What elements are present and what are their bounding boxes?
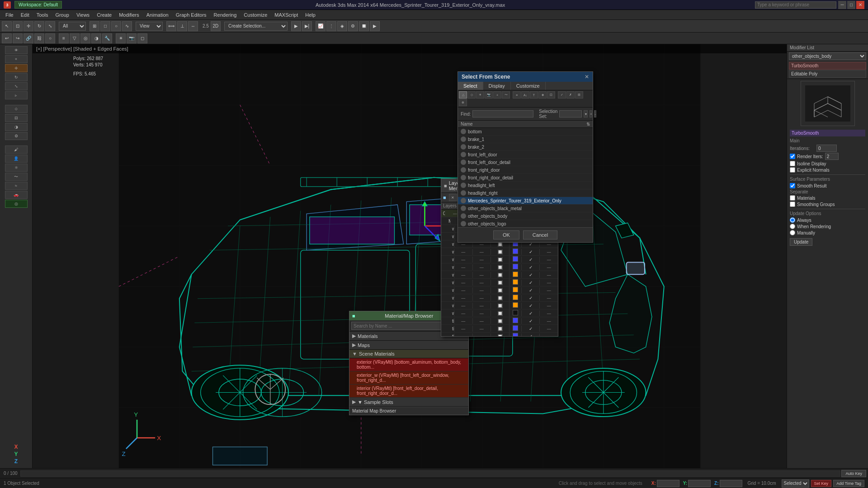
layer-row-wheel1-disk[interactable]: wheel_1_disk — — 🔲 ✓ — [441, 256, 558, 263]
sidebar-hair[interactable]: ≈ [5, 182, 28, 190]
workspace-dropdown[interactable]: Workspace: Default [14, 1, 62, 9]
select-rect[interactable]: □ [100, 21, 110, 31]
menu-create[interactable]: Create [93, 11, 115, 19]
light-filter[interactable]: ☀ [476, 91, 484, 99]
list-item[interactable]: front_left_door_detail [458, 159, 593, 166]
bind-space[interactable]: ○ [45, 33, 55, 43]
layer-row-tierod1-metal[interactable]: tie_rod_1_metal — — 🔲 ✓ — [441, 333, 558, 336]
list-item[interactable]: front_right_door [458, 166, 593, 174]
sidebar-rotate[interactable]: ↻ [5, 73, 28, 81]
view-dropdown[interactable]: View [136, 22, 163, 31]
dialog-close-icon[interactable]: ✕ [585, 74, 589, 80]
menu-modifiers[interactable]: Modifiers [115, 11, 143, 19]
layer-row-wheel1-rubber[interactable]: wheel_1_rubber — — 🔲 ✓ — [441, 248, 558, 256]
list-item[interactable]: other_objects_body [458, 212, 593, 220]
move-tool[interactable]: ✛ [24, 21, 33, 31]
menu-rendering[interactable]: Rendering [210, 11, 241, 19]
camera-filter[interactable]: 📷 [485, 91, 493, 99]
schematic-view[interactable]: ⋮ [326, 21, 336, 31]
menu-help[interactable]: Help [302, 11, 319, 19]
object-list[interactable]: bottom brake_1 brake_2 front_left_door f… [458, 128, 593, 227]
menu-animation[interactable]: Animation [143, 11, 172, 19]
list-item[interactable]: other_objects_black_metal [458, 205, 593, 212]
sidebar-snap[interactable]: ⊹ [5, 105, 28, 113]
smooth-result-check[interactable] [790, 183, 795, 188]
layer-row-wheel4-logo[interactable]: wheel_4_logo — — 🔲 ✓ — [441, 271, 558, 279]
iterations-input[interactable] [816, 145, 837, 152]
snap-2d[interactable]: 2D [211, 21, 221, 31]
modifier-editable-poly[interactable]: Editable Poly [789, 70, 866, 78]
list-item[interactable]: brake_1 [458, 136, 593, 143]
search-input[interactable] [755, 1, 836, 9]
render-iters-check[interactable] [790, 154, 795, 159]
update-button[interactable]: Update [790, 238, 812, 246]
axis-z[interactable]: Z [14, 458, 18, 465]
find-input[interactable] [472, 110, 533, 117]
list-item[interactable]: bottom [458, 128, 593, 136]
filter-dropdown[interactable]: All [59, 22, 86, 31]
mat-item-interior[interactable]: interior (VRayMtl) [front_left_door_deta… [349, 385, 468, 398]
sidebar-paint[interactable]: 🖌 [5, 145, 28, 154]
hierarchy-btn[interactable]: ▽ [70, 33, 80, 43]
spacing-btn[interactable]: ↔ [188, 21, 198, 31]
layer-row-tierod2-rubber[interactable]: tie_rod_2_rubbe — — 🔲 ✓ — [441, 317, 558, 325]
axis-y[interactable]: Y [14, 451, 18, 457]
render-setup[interactable]: ⚙ [348, 21, 358, 31]
expand-btn[interactable]: ⊕ [459, 99, 467, 106]
select-all-btn[interactable]: ✓ [558, 91, 566, 99]
next-frame[interactable]: ▶| [302, 21, 312, 31]
sidebar-cloth[interactable]: 〜 [5, 173, 28, 181]
list-item[interactable]: brake_2 [458, 143, 593, 151]
mat-item-exterior-w[interactable]: exterior_w (VRayMtl) [front_left_door_wi… [349, 371, 468, 385]
redo-btn[interactable]: ↪ [13, 33, 23, 43]
sel-set-list[interactable]: ▼ [584, 110, 588, 117]
geo-filter[interactable]: △ [459, 91, 467, 99]
when-rendering-radio[interactable] [790, 224, 795, 229]
maximize-button[interactable]: □ [847, 1, 855, 9]
sort-size[interactable]: ⊡ [547, 91, 555, 99]
isoline-check[interactable] [790, 161, 795, 166]
layer-row-wheel4-brake[interactable]: wheel_4_brake_ — — 🔲 ✓ — [441, 286, 558, 294]
tab-select[interactable]: Select [458, 82, 483, 90]
selection-set-input[interactable] [559, 110, 582, 117]
x-coord[interactable] [657, 480, 679, 487]
sidebar-populate[interactable]: 👤 [5, 155, 28, 163]
object-select-dropdown[interactable]: other_objects_body [789, 52, 866, 60]
menu-group[interactable]: Group [52, 11, 73, 19]
sel-set-add[interactable]: + [590, 110, 592, 117]
sidebar-create[interactable]: + [5, 55, 28, 63]
link-btn[interactable]: 🔗 [24, 33, 33, 43]
layer-row-wheel4-rubber[interactable]: wheel_4_rubber — — 🔲 ✓ — [441, 294, 558, 302]
tab-customize[interactable]: Customize [511, 82, 546, 90]
sidebar-layer[interactable]: ⊟ [5, 114, 28, 122]
modifier-turbosmooth[interactable]: TurboSmooth [789, 62, 866, 70]
materials-check[interactable] [790, 195, 795, 201]
selection-set-input[interactable]: Create Selection... [224, 22, 288, 31]
motion-btn[interactable]: ◎ [80, 33, 90, 43]
select-region[interactable]: ⊡ [13, 21, 23, 31]
sidebar-scale[interactable]: ⤡ [5, 82, 28, 90]
close-button[interactable]: ✕ [856, 1, 864, 9]
select-by-name[interactable]: ⊞ [90, 21, 99, 31]
list-item[interactable]: front_right_door_detail [458, 174, 593, 182]
sort-color[interactable]: ◈ [538, 91, 547, 99]
axis-x[interactable]: X [14, 444, 18, 450]
render-active[interactable]: ▶ [370, 21, 380, 31]
minimize-button[interactable]: ─ [838, 1, 846, 9]
ok-button[interactable]: OK [493, 230, 519, 239]
create-light[interactable]: ☀ [116, 33, 126, 43]
list-item[interactable]: front_left_door [458, 151, 593, 159]
z-coord[interactable] [720, 480, 742, 487]
align-btn[interactable]: ⊥ [177, 21, 187, 31]
list-item[interactable]: headlight_left [458, 182, 593, 189]
rotate-tool[interactable]: ↻ [34, 21, 44, 31]
menu-tools[interactable]: Tools [33, 11, 52, 19]
create-geo[interactable]: ◻ [137, 33, 147, 43]
y-coord[interactable] [688, 480, 711, 487]
play-anim[interactable]: ▶ [291, 21, 301, 31]
render-btn[interactable]: 🔲 [359, 21, 369, 31]
sidebar-xview[interactable]: ◎ [5, 200, 28, 208]
spacewarp-filter[interactable]: 〜 [502, 91, 510, 99]
create-camera[interactable]: 📷 [127, 33, 137, 43]
select-circle[interactable]: ○ [111, 21, 121, 31]
